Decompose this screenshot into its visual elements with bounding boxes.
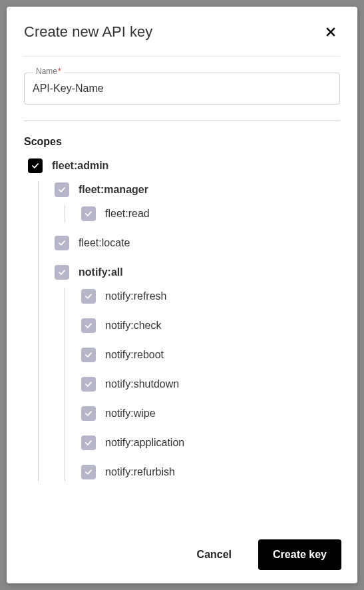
create-key-button[interactable]: Create key [258, 539, 341, 570]
check-icon [84, 350, 93, 360]
scope-checkbox-fleet-locate[interactable] [55, 236, 69, 250]
close-icon [324, 25, 337, 39]
required-indicator: * [58, 67, 61, 76]
check-icon [84, 438, 93, 447]
name-label-text: Name [36, 67, 57, 76]
scope-item-notify-wipe: notify:wipe [81, 405, 340, 422]
check-icon [84, 321, 93, 330]
scope-children: notify:refreshnotify:checknotify:rebootn… [65, 288, 340, 481]
scope-label: fleet:admin [52, 160, 108, 172]
cancel-button[interactable]: Cancel [182, 539, 246, 570]
scope-checkbox-notify-refurbish[interactable] [81, 465, 96, 479]
scope-item-fleet-locate: fleet:locate [55, 234, 340, 252]
modal-title: Create new API key [24, 23, 152, 41]
name-field-label: Name* [33, 67, 64, 76]
scope-label: notify:shutdown [105, 378, 179, 390]
create-api-key-modal: Create new API key Name* Scopes fleet:ad… [7, 7, 357, 583]
scope-label: fleet:read [105, 208, 150, 220]
scope-label: fleet:manager [79, 184, 148, 196]
scopes-heading: Scopes [24, 136, 340, 148]
scope-item-notify-all: notify:all [55, 264, 340, 281]
scope-label: notify:reboot [105, 349, 164, 361]
modal-body[interactable]: Name* Scopes fleet:adminfleet:managerfle… [7, 57, 357, 527]
check-icon [84, 292, 93, 301]
scope-children: fleet:managerfleet:readfleet:locatenotif… [38, 181, 340, 481]
scope-checkbox-notify-wipe[interactable] [81, 406, 96, 421]
scope-checkbox-notify-reboot[interactable] [81, 348, 96, 362]
scope-label: notify:all [79, 266, 123, 278]
check-icon [84, 380, 93, 389]
scope-checkbox-notify-shutdown[interactable] [81, 377, 96, 392]
scope-checkbox-notify-application[interactable] [81, 436, 96, 450]
scope-item-fleet-admin: fleet:admin [28, 157, 340, 174]
check-icon [57, 238, 67, 248]
scope-item-notify-application: notify:application [81, 434, 340, 451]
scope-label: notify:refurbish [105, 466, 175, 478]
modal-footer: Cancel Create key [7, 527, 357, 583]
scope-checkbox-notify-check[interactable] [81, 318, 96, 333]
scope-item-notify-refresh: notify:refresh [81, 288, 340, 305]
scope-label: notify:application [105, 437, 184, 449]
scope-checkbox-fleet-read[interactable] [81, 206, 96, 221]
check-icon [84, 209, 93, 218]
close-button[interactable] [321, 23, 340, 41]
scopes-tree: fleet:adminfleet:managerfleet:readfleet:… [24, 157, 340, 481]
scope-item-fleet-read: fleet:read [81, 205, 340, 222]
scope-label: fleet:locate [79, 237, 130, 249]
check-icon [31, 161, 40, 170]
scope-children: fleet:read [65, 205, 340, 222]
check-icon [84, 409, 93, 418]
check-icon [57, 185, 67, 194]
scope-item-notify-check: notify:check [81, 317, 340, 334]
check-icon [84, 467, 93, 477]
scope-checkbox-fleet-admin[interactable] [28, 158, 43, 173]
scope-checkbox-fleet-manager[interactable] [55, 182, 69, 197]
scope-checkbox-notify-all[interactable] [55, 265, 69, 280]
scope-item-fleet-manager: fleet:manager [55, 181, 340, 198]
scope-item-notify-refurbish: notify:refurbish [81, 463, 340, 481]
scope-checkbox-notify-refresh[interactable] [81, 289, 96, 304]
scope-item-notify-shutdown: notify:shutdown [81, 376, 340, 393]
divider [24, 121, 340, 121]
scope-label: notify:check [105, 320, 161, 332]
name-input[interactable] [24, 73, 340, 105]
check-icon [57, 268, 67, 277]
scope-label: notify:wipe [105, 408, 156, 420]
modal-header: Create new API key [7, 7, 357, 56]
scope-label: notify:refresh [105, 290, 166, 302]
scope-item-notify-reboot: notify:reboot [81, 346, 340, 364]
name-field-wrap: Name* [24, 73, 340, 105]
